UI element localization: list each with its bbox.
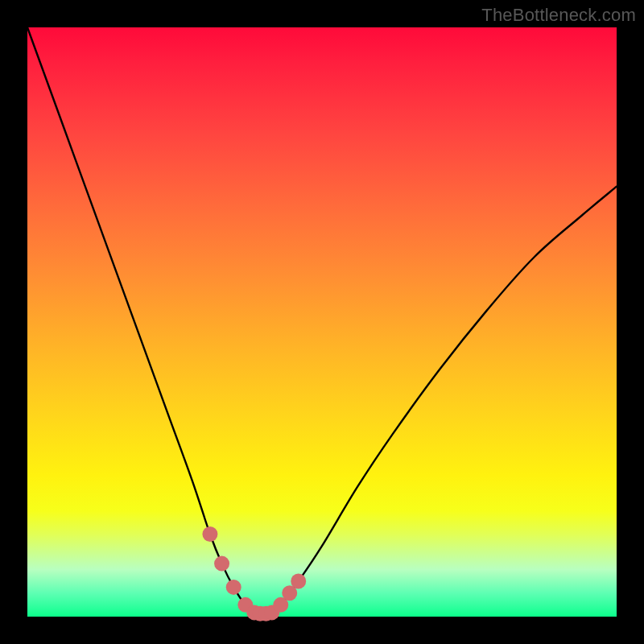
highlight-marker bbox=[202, 526, 217, 542]
highlight-marker bbox=[214, 556, 229, 572]
highlight-markers bbox=[202, 526, 306, 621]
curve-layer bbox=[27, 27, 617, 617]
highlight-marker bbox=[226, 580, 242, 595]
watermark-text: TheBottleneck.com bbox=[481, 5, 636, 26]
highlight-marker bbox=[291, 574, 306, 589]
plot-area bbox=[27, 27, 617, 617]
chart-stage: TheBottleneck.com bbox=[0, 0, 644, 644]
bottleneck-curve bbox=[27, 27, 617, 615]
